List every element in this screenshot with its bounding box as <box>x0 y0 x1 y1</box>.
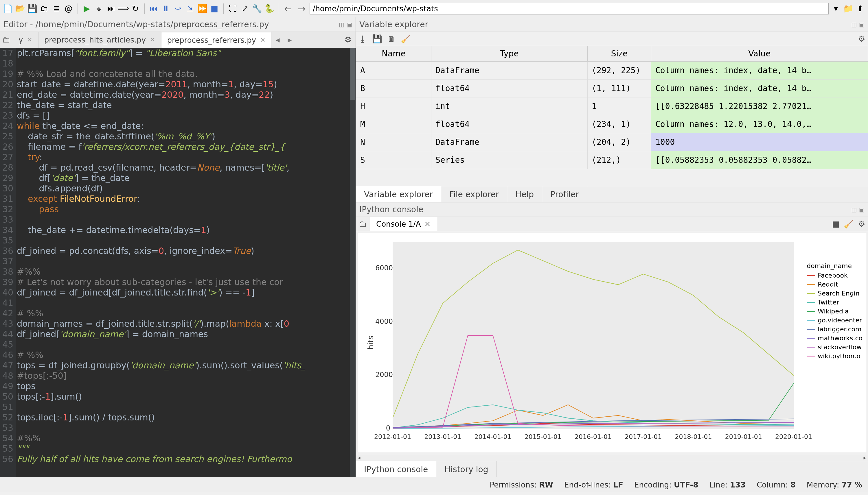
close-icon[interactable]: ✕ <box>150 36 155 44</box>
legend-label: labrigger.com <box>818 326 861 333</box>
legend-swatch <box>807 293 815 294</box>
col-header-size[interactable]: Size <box>588 46 651 62</box>
debug-pause-icon[interactable]: ⏸ <box>161 4 171 14</box>
save-as-icon[interactable]: 🗎 <box>387 34 396 44</box>
pane-undock-icon[interactable]: ▣ <box>857 206 865 213</box>
console-options-icon[interactable]: ⚙ <box>858 219 865 229</box>
col-header-value[interactable]: Value <box>651 46 868 62</box>
editor-tab[interactable]: preprocess_hits_articles.py ✕ <box>38 32 162 48</box>
debug-continue-icon[interactable]: ⏩ <box>197 4 207 14</box>
pane-split-icon[interactable]: ◫ <box>336 21 344 28</box>
status-line: Line: 133 <box>710 480 746 489</box>
status-bar: Permissions: RW End-of-lines: LF Encodin… <box>0 477 868 492</box>
browse-folder-icon[interactable]: 📁 <box>843 4 853 14</box>
pane-undock-icon[interactable]: ▣ <box>857 21 865 28</box>
clear-console-icon[interactable]: 🧹 <box>844 219 854 229</box>
debug-step-in-icon[interactable]: ⇲ <box>185 4 195 14</box>
tab-browse-icon[interactable]: 🗀 <box>0 35 13 45</box>
varexp-options-icon[interactable]: ⚙ <box>858 34 865 44</box>
pane-undock-icon[interactable]: ▣ <box>344 21 352 28</box>
close-icon[interactable]: ✕ <box>260 36 265 44</box>
editor-tab[interactable]: preprocess_referrers.py ✕ <box>162 32 272 48</box>
table-row[interactable]: NDataFrame(204, 2)1000 <box>356 133 868 151</box>
tab-profiler[interactable]: Profiler <box>542 186 587 202</box>
preferences-icon[interactable]: 🔧 <box>252 4 262 14</box>
run-selection-icon[interactable]: ⟹ <box>118 4 128 14</box>
console-hscrollbar[interactable]: ◂ ▸ <box>356 454 868 461</box>
status-permissions: Permissions: RW <box>489 480 553 489</box>
python-path-icon[interactable]: 🐍 <box>264 4 274 14</box>
col-header-type[interactable]: Type <box>431 46 588 62</box>
varexp-tabs: Variable explorer File explorer Help Pro… <box>356 186 868 202</box>
table-row[interactable]: Bfloat64(1, 111)Column names: index, dat… <box>356 80 868 98</box>
plot-line <box>393 336 794 428</box>
console-browse-icon[interactable]: 🗀 <box>356 219 370 229</box>
status-column: Column: 8 <box>756 480 796 489</box>
plot-ytick: 6000 <box>375 264 390 272</box>
parent-folder-icon[interactable]: ⬆ <box>855 4 865 14</box>
legend-row: mathworks.co <box>807 335 863 342</box>
cwd-input[interactable] <box>310 3 829 15</box>
save-icon[interactable]: 💾 <box>27 4 37 14</box>
console-plot-output: hits 0200040006000 2012-01-012013-01-012… <box>357 233 866 452</box>
run-again-icon[interactable]: ↻ <box>131 4 140 14</box>
plot-ylabel: hits <box>366 336 375 349</box>
forward-button[interactable]: → <box>296 3 307 14</box>
debug-step-icon[interactable]: ⏮ <box>149 4 158 14</box>
stop-kernel-icon[interactable]: ■ <box>832 219 839 229</box>
close-icon[interactable]: ✕ <box>424 220 431 228</box>
tab-scroll-right-icon[interactable]: ▸ <box>284 35 296 45</box>
debug-stop-icon[interactable]: ■ <box>210 4 219 14</box>
save-all-icon[interactable]: 🗂 <box>39 4 49 14</box>
editor-pane: Editor - /home/pmin/Documents/wp-stats/p… <box>0 17 356 477</box>
tab-scroll-left-icon[interactable]: ◂ <box>271 35 284 45</box>
fullscreen-icon[interactable]: ⤢ <box>240 4 250 14</box>
run-cell-advance-icon[interactable]: ⏭ <box>106 4 116 14</box>
new-file-icon[interactable]: 📄 <box>3 4 13 14</box>
tab-variable-explorer[interactable]: Variable explorer <box>356 186 441 202</box>
legend-swatch <box>807 338 815 339</box>
pane-split-icon[interactable]: ◫ <box>849 21 857 28</box>
table-row[interactable]: SSeries(212,)[[0.05882353 0.05882353 0.0… <box>356 151 868 169</box>
console-title: IPython console <box>360 205 423 214</box>
tab-file-explorer[interactable]: File explorer <box>441 186 507 202</box>
col-header-name[interactable]: Name <box>356 46 431 62</box>
variable-table[interactable]: Name Type Size Value ADataFrame(292, 225… <box>356 46 868 186</box>
scroll-left-icon[interactable]: ◂ <box>356 454 362 461</box>
plot-xtick: 2012-01-01 <box>374 433 411 440</box>
varexp-title: Variable explorer <box>360 20 428 29</box>
list-icon[interactable]: ≣ <box>51 4 61 14</box>
cwd-dropdown-icon[interactable]: ▾ <box>831 4 841 14</box>
legend-swatch <box>807 356 815 357</box>
open-folder-icon[interactable]: 📂 <box>15 4 25 14</box>
plot-legend: domain_name FacebookRedditSearch EnginTw… <box>807 262 863 361</box>
at-icon[interactable]: @ <box>64 4 73 14</box>
variable-explorer-pane: Variable explorer ◫ ▣ ⭳ 💾 🗎 🧹 ⚙ Name Typ… <box>356 17 868 202</box>
table-row[interactable]: Mfloat64(234, 1)Column names: 12.0, 13.0… <box>356 115 868 133</box>
editor-tab[interactable]: y ✕ <box>13 32 38 48</box>
save-data-icon[interactable]: 💾 <box>372 34 382 44</box>
editor-options-icon[interactable]: ⚙ <box>340 35 355 45</box>
tab-history-log[interactable]: History log <box>436 461 497 477</box>
code-editor[interactable]: 1718192021222324252627282930313233343536… <box>0 48 355 477</box>
run-cell-icon[interactable]: ⎆ <box>94 4 104 14</box>
tab-help[interactable]: Help <box>507 186 542 202</box>
table-row[interactable]: Hint1[[0.63228485 1.22015382 2.77021… <box>356 98 868 115</box>
console-tab[interactable]: Console 1/A ✕ <box>370 217 437 231</box>
editor-scrollbar[interactable] <box>350 48 355 477</box>
remove-icon[interactable]: 🧹 <box>401 34 411 44</box>
separator <box>223 3 224 14</box>
plot-xtick: 2020-01-01 <box>775 433 812 440</box>
close-icon[interactable]: ✕ <box>27 36 32 44</box>
run-icon[interactable]: ▶ <box>82 4 92 14</box>
tab-ipython-console[interactable]: IPython console <box>356 461 436 477</box>
scroll-right-icon[interactable]: ▸ <box>862 454 868 461</box>
legend-row: Reddit <box>807 281 863 288</box>
table-row[interactable]: ADataFrame(292, 225)Column names: index,… <box>356 62 868 80</box>
editor-title-bar: Editor - /home/pmin/Documents/wp-stats/p… <box>0 17 355 32</box>
pane-split-icon[interactable]: ◫ <box>849 206 857 213</box>
maximize-icon[interactable]: ⛶ <box>228 4 237 14</box>
back-button[interactable]: ← <box>282 3 294 14</box>
debug-step-over-icon[interactable]: ⤻ <box>173 4 183 14</box>
import-data-icon[interactable]: ⭳ <box>359 34 367 44</box>
